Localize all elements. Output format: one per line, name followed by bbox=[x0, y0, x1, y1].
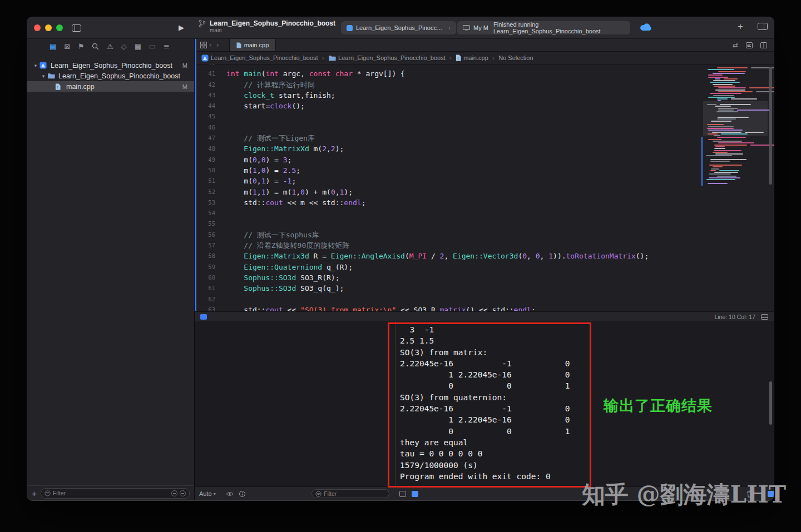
variables-view-mode-dropdown[interactable]: Auto ▾ bbox=[199, 490, 216, 497]
line-number[interactable]: 41 bbox=[195, 68, 220, 79]
line-number[interactable]: 58 bbox=[195, 251, 220, 261]
show-console-view-icon[interactable] bbox=[412, 491, 418, 497]
code-line[interactable]: 47 // 测试一下Eigen库 bbox=[195, 133, 774, 143]
line-number[interactable]: 42 bbox=[195, 79, 220, 90]
zoom-window-button[interactable] bbox=[56, 24, 63, 31]
line-number[interactable]: 52 bbox=[195, 187, 220, 197]
line-number[interactable]: 54 bbox=[195, 208, 220, 218]
line-number[interactable]: 57 bbox=[195, 240, 220, 251]
code-review-icon[interactable] bbox=[746, 42, 753, 48]
code-line[interactable]: 42 // 计算程序运行时间 bbox=[195, 79, 774, 90]
sidebar-toggle-icon[interactable] bbox=[72, 24, 81, 32]
code-line[interactable]: 61 Sophus::SO3d SO3_q(q_); bbox=[195, 283, 774, 294]
line-number[interactable]: 45 bbox=[195, 111, 220, 122]
back-button[interactable]: ‹ bbox=[209, 41, 212, 49]
breadcrumb-item[interactable]: No Selection bbox=[498, 54, 533, 61]
show-variables-view-icon[interactable] bbox=[399, 491, 406, 497]
add-file-button[interactable]: + bbox=[32, 489, 37, 498]
forward-button[interactable]: › bbox=[216, 41, 219, 49]
quicklook-icon[interactable] bbox=[226, 491, 234, 496]
line-number[interactable]: 47 bbox=[195, 133, 220, 143]
source-control-filter-icon[interactable] bbox=[180, 490, 186, 496]
bookmarks-navigator-icon[interactable]: ⚑ bbox=[78, 42, 85, 51]
code-line[interactable]: 54 bbox=[195, 208, 774, 218]
code-line[interactable]: 60 Sophus::SO3d SO3_R(R); bbox=[195, 272, 774, 283]
code-line[interactable]: 59 Eigen::Quaterniond q_(R); bbox=[195, 262, 774, 272]
reports-navigator-icon[interactable]: ≡ bbox=[164, 42, 170, 51]
code-line[interactable]: 46 bbox=[195, 122, 774, 133]
code-line[interactable]: 51 m(0,1) = -1; bbox=[195, 176, 774, 186]
line-number[interactable]: 61 bbox=[195, 283, 220, 294]
tree-item[interactable]: ▾Learn_Eigen_Sophus_Pinocchio_boost bbox=[27, 71, 194, 81]
recent-files-filter-icon[interactable] bbox=[171, 490, 177, 496]
code-line[interactable]: 62 bbox=[195, 294, 774, 305]
tests-navigator-icon[interactable]: ◇ bbox=[121, 42, 127, 51]
code-line[interactable]: 44 start=clock(); bbox=[195, 101, 774, 111]
cloud-icon[interactable] bbox=[640, 23, 652, 31]
line-number[interactable]: 62 bbox=[195, 294, 220, 305]
line-number[interactable]: 50 bbox=[195, 165, 220, 176]
line-number[interactable]: 46 bbox=[195, 122, 220, 133]
adjust-font-icon[interactable] bbox=[761, 314, 768, 320]
line-number[interactable]: 53 bbox=[195, 197, 220, 208]
disclosure-icon[interactable]: ▾ bbox=[32, 63, 39, 68]
code-line[interactable]: 40 bbox=[195, 64, 774, 68]
disclosure-icon[interactable]: ▾ bbox=[39, 73, 47, 79]
line-number[interactable]: 60 bbox=[195, 272, 220, 283]
code-line[interactable]: 41int main(int argc, const char * argv[]… bbox=[195, 68, 774, 79]
breadcrumb-item[interactable]: Learn_Eigen_Sophus_Pinocchio_boost bbox=[201, 54, 318, 62]
code-line[interactable]: 58 Eigen::Matrix3d R = Eigen::AngleAxisd… bbox=[195, 251, 774, 261]
line-number[interactable]: 51 bbox=[195, 176, 220, 186]
code-line[interactable]: 57 // 沿着Z轴旋转90度的旋转矩阵 bbox=[195, 240, 774, 251]
code-line[interactable]: 48 Eigen::MatrixXd m(2,2); bbox=[195, 143, 774, 154]
line-number[interactable]: 44 bbox=[195, 101, 220, 111]
minimap[interactable] bbox=[705, 66, 766, 255]
related-items-icon[interactable] bbox=[200, 42, 207, 48]
variables-filter-input[interactable]: Filter bbox=[312, 489, 389, 498]
minimize-window-button[interactable] bbox=[45, 24, 52, 31]
line-number[interactable]: 49 bbox=[195, 155, 220, 165]
info-icon[interactable] bbox=[239, 491, 245, 497]
line-number[interactable]: 55 bbox=[195, 218, 220, 229]
tree-item[interactable]: Cmain.cppM bbox=[27, 81, 194, 92]
line-number[interactable]: 43 bbox=[195, 90, 220, 101]
debug-navigator-icon[interactable]: ▦ bbox=[135, 42, 141, 51]
run-button[interactable]: ▶ bbox=[179, 23, 184, 32]
tab-main-cpp[interactable]: main.cpp bbox=[229, 39, 276, 51]
add-editor-button[interactable]: + bbox=[738, 21, 743, 32]
line-number[interactable]: 59 bbox=[195, 262, 220, 272]
activity-viewer[interactable]: Finished running Learn_Eigen_Sophus_Pino… bbox=[488, 21, 630, 34]
code-line[interactable]: 43 clock_t start,finish; bbox=[195, 90, 774, 101]
swap-editor-icon[interactable]: ⇄ bbox=[733, 41, 738, 49]
editor-scrollbar[interactable] bbox=[769, 67, 772, 185]
close-window-button[interactable] bbox=[34, 24, 41, 31]
breakpoints-navigator-icon[interactable]: ▭ bbox=[149, 42, 156, 51]
issues-navigator-icon[interactable]: ⚠ bbox=[107, 42, 113, 51]
project-navigator-icon[interactable]: ▤ bbox=[50, 42, 56, 51]
debug-area-toggle-icon[interactable] bbox=[200, 314, 207, 320]
find-navigator-icon[interactable] bbox=[92, 43, 99, 50]
code-line[interactable]: 52 m(1,1) = m(1,0) + m(0,1); bbox=[195, 187, 774, 197]
tree-item[interactable]: ▾Learn_Eigen_Sophus_Pinocchio_boostM bbox=[27, 60, 194, 71]
scheme-selector[interactable]: Learn_Eigen_Sophus_Pinocchio_boo › bbox=[341, 21, 456, 34]
editor-layout-icon[interactable] bbox=[758, 23, 768, 30]
line-number[interactable]: 48 bbox=[195, 143, 220, 154]
code-line[interactable]: 55 bbox=[195, 218, 774, 229]
source-control-navigator-icon[interactable]: ⊠ bbox=[64, 42, 70, 51]
line-number[interactable]: 63 bbox=[195, 305, 220, 311]
variables-pane[interactable] bbox=[195, 321, 395, 486]
line-number[interactable]: 56 bbox=[195, 230, 220, 240]
code-line[interactable]: 63 std::cout << "SO(3) from matrix:\n" <… bbox=[195, 305, 774, 311]
console-scrollbar[interactable] bbox=[769, 381, 772, 425]
code-editor[interactable]: 4041int main(int argc, const char * argv… bbox=[195, 64, 774, 311]
line-number[interactable]: 40 bbox=[195, 64, 220, 68]
code-line[interactable]: 50 m(1,0) = 2.5; bbox=[195, 165, 774, 176]
code-line[interactable]: 49 m(0,0) = 3; bbox=[195, 155, 774, 165]
code-line[interactable]: 53 std::cout << m << std::endl; bbox=[195, 197, 774, 208]
code-line[interactable]: 45 bbox=[195, 111, 774, 122]
breadcrumb-item[interactable]: Cmain.cpp bbox=[456, 54, 488, 61]
adjust-editor-icon[interactable] bbox=[760, 42, 767, 48]
code-line[interactable]: 56 // 测试一下sophus库 bbox=[195, 230, 774, 240]
breadcrumb-item[interactable]: Learn_Eigen_Sophus_Pinocchio_boost bbox=[328, 54, 446, 61]
navigator-filter-input[interactable]: Filter bbox=[41, 488, 190, 499]
